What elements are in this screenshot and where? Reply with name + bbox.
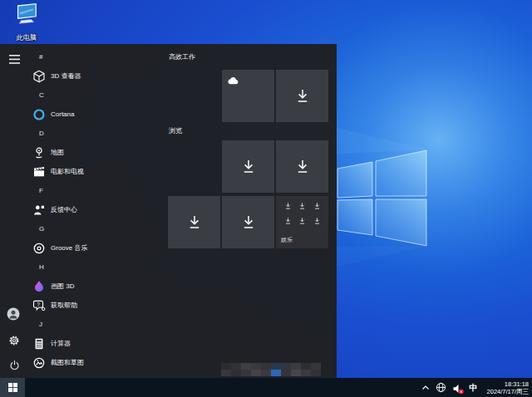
mosaic-block: [311, 363, 321, 370]
3d-viewer-cube-icon: [32, 70, 46, 83]
app-item-feedback-hub[interactable]: 反馈中心: [27, 200, 163, 219]
mosaic-block: [311, 370, 321, 376]
windows-logo-icon: [8, 383, 17, 392]
download-arrow-icon: [313, 217, 321, 226]
chevron-up-icon: [421, 385, 430, 390]
power-icon: [9, 360, 20, 371]
maps-pin-icon: [32, 146, 46, 159]
app-item-movies-tv[interactable]: 电影和电视: [27, 162, 163, 181]
volume-muted-tray[interactable]: [452, 382, 464, 394]
mosaic-block: [261, 363, 271, 370]
mosaic-block: [241, 370, 251, 376]
cortana-ring-icon: [32, 108, 46, 121]
start-menu: # 3D 查看器 C Cortana D: [0, 44, 337, 378]
app-item-snip-sketch[interactable]: 截图和草图: [27, 353, 163, 372]
taskbar-clock[interactable]: 18:31:18 2024/7/17/周三: [487, 380, 529, 395]
download-arrow-icon: [298, 217, 306, 226]
desktop-icon-this-pc[interactable]: 此电脑: [5, 2, 48, 42]
censored-mosaic: [221, 363, 321, 376]
mosaic-block: [281, 363, 291, 370]
folder-tile-label: 娱乐: [281, 236, 293, 244]
tile-group-header-productivity[interactable]: 高效工作: [169, 52, 195, 61]
app-list-header[interactable]: F: [27, 181, 163, 200]
app-item-groove-music[interactable]: Groove 音乐: [27, 238, 163, 257]
app-list-header[interactable]: D: [27, 124, 163, 143]
download-arrow-icon: [185, 213, 204, 233]
download-arrow-icon: [298, 202, 306, 211]
mosaic-block: [221, 370, 231, 376]
mosaic-block: [291, 370, 301, 376]
snip-sketch-icon: [32, 356, 46, 370]
mosaic-block: [271, 370, 281, 376]
mosaic-block: [251, 370, 261, 376]
network-globe-icon: [436, 382, 446, 393]
clock-date: 2024/7/17/周三: [487, 388, 529, 395]
windows-desktop: 此电脑: [0, 0, 532, 397]
volume-muted-icon: [452, 383, 464, 395]
tile-onedrive[interactable]: [222, 70, 274, 122]
user-avatar-icon: [7, 307, 20, 321]
app-list-header[interactable]: H: [27, 257, 163, 277]
app-item-cortana[interactable]: Cortana: [27, 105, 163, 124]
mosaic-block: [261, 370, 271, 376]
mosaic-block: [271, 363, 281, 370]
mosaic-block: [231, 363, 241, 370]
mosaic-block: [241, 363, 251, 370]
tile-pending-download[interactable]: [168, 196, 220, 248]
app-item-paint-3d[interactable]: 画图 3D: [27, 277, 163, 296]
network-status-tray[interactable]: [436, 382, 446, 393]
app-item-3d-viewer[interactable]: 3D 查看器: [27, 66, 163, 86]
feedback-hub-person-icon: [32, 203, 46, 217]
movies-tv-clapperboard-icon: [32, 165, 46, 179]
download-arrow-icon: [239, 157, 259, 177]
settings-button[interactable]: [7, 334, 21, 347]
download-arrow-icon: [293, 86, 313, 106]
mosaic-block: [221, 363, 231, 370]
download-arrow-icon: [284, 217, 292, 226]
start-menu-rail: [0, 44, 27, 378]
get-help-chat-icon: ?: [32, 299, 46, 312]
svg-text:?: ?: [37, 301, 40, 307]
taskbar: 中 18:31:18 2024/7/17/周三: [0, 378, 532, 397]
ime-indicator[interactable]: 中: [470, 382, 478, 394]
app-list-header[interactable]: C: [27, 86, 163, 105]
app-item-maps[interactable]: 地图: [27, 143, 163, 162]
hamburger-icon: [9, 55, 20, 64]
paint-3d-drop-icon: [32, 280, 46, 293]
app-list-header[interactable]: G: [27, 219, 163, 238]
mini-download-arrows-grid: [281, 202, 324, 226]
mosaic-block: [251, 363, 261, 370]
groove-music-disc-icon: [32, 242, 46, 255]
cloud-icon: [227, 76, 239, 85]
power-button[interactable]: [7, 359, 21, 372]
download-arrow-icon: [313, 202, 321, 211]
download-arrow-icon: [239, 213, 259, 233]
calculator-icon: [32, 337, 46, 350]
mosaic-block: [291, 363, 301, 370]
tile-group-header-explore[interactable]: 浏览: [169, 126, 182, 135]
user-account-button[interactable]: [7, 307, 20, 321]
this-pc-monitor-icon: [13, 2, 40, 29]
app-item-get-help[interactable]: ? 获取帮助: [27, 296, 163, 315]
tile-pending-download[interactable]: [276, 140, 328, 193]
system-tray: 中 18:31:18 2024/7/17/周三: [421, 378, 532, 397]
mosaic-block: [231, 370, 241, 376]
expand-menu-button[interactable]: [7, 52, 21, 66]
desktop-icon-label: 此电脑: [5, 33, 48, 42]
tile-folder-entertainment[interactable]: 娱乐: [276, 196, 328, 248]
mosaic-block: [301, 363, 311, 370]
mosaic-block: [301, 370, 311, 376]
tile-pending-download[interactable]: [222, 196, 274, 248]
app-list: # 3D 查看器 C Cortana D: [27, 47, 163, 372]
download-arrow-icon: [284, 202, 292, 211]
mosaic-block: [281, 370, 291, 376]
download-arrow-icon: [293, 157, 313, 177]
tile-pending-download[interactable]: [222, 140, 274, 193]
app-list-header[interactable]: #: [27, 47, 163, 66]
app-list-header[interactable]: J: [27, 315, 163, 334]
start-button[interactable]: [0, 378, 25, 397]
tile-pending-download[interactable]: [276, 70, 328, 122]
app-item-calculator[interactable]: 计算器: [27, 334, 163, 353]
clock-time: 18:31:18: [487, 380, 529, 388]
hidden-icons-chevron[interactable]: [421, 385, 430, 390]
